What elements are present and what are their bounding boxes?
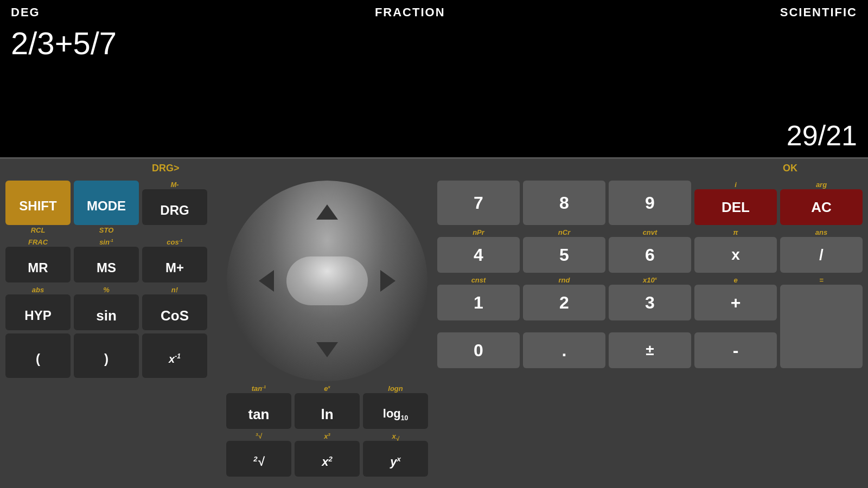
log10-container: logn log10 [363, 384, 428, 429]
npr-sublabel: nPr [473, 228, 484, 237]
num0-button[interactable]: 0 [437, 332, 520, 368]
cos-button[interactable]: CoS [142, 294, 207, 330]
middle-section: tan-1 tan ex ln logn log10 [221, 181, 433, 483]
left-arrow-icon [259, 270, 274, 292]
m-minus-sublabel: M- [170, 181, 178, 189]
left-row4: ( ) x-1 [5, 333, 217, 378]
num9-label: 9 [645, 193, 655, 213]
fraction-label: FRACTION [375, 5, 445, 20]
tan-inv-sublabel: tan-1 [252, 384, 266, 393]
num0-container: 0 [437, 324, 520, 368]
num1-button[interactable]: 1 [437, 285, 520, 320]
log10-label: log10 [383, 407, 408, 422]
ok-label: OK [783, 163, 797, 174]
rnd-sublabel: rnd [559, 276, 570, 285]
up-arrow-icon [316, 204, 338, 220]
xsqrt-sublabel: x√ [392, 432, 399, 441]
yx-button[interactable]: yx [363, 441, 428, 477]
x-inv-button[interactable]: x-1 [142, 333, 207, 378]
sqrt2-button[interactable]: 2√ [226, 441, 291, 477]
ms-button[interactable]: MS [74, 247, 139, 282]
mode-label: MODE [87, 198, 126, 214]
x-button[interactable]: x [694, 237, 777, 273]
mode-button[interactable]: MODE [74, 181, 139, 225]
left-row2: FRAC MR sin-1 MS cos-1 M+ [5, 238, 217, 282]
num7-button[interactable]: 7 [437, 181, 520, 225]
drg-button[interactable]: DRG [142, 189, 207, 225]
expression-display: 2/3+5/7 [0, 20, 868, 67]
nav-center-button[interactable] [286, 256, 368, 305]
minus-button[interactable]: - [694, 332, 777, 368]
top-labels: DEG FRACTION SCIENTIFIC [0, 0, 868, 20]
num6-button[interactable]: 6 [609, 237, 691, 273]
dot-container: . [523, 324, 605, 368]
num4-button[interactable]: 4 [437, 237, 520, 273]
num2-button[interactable]: 2 [523, 285, 605, 320]
abs-sublabel: abs [32, 286, 44, 294]
paren-close-button[interactable]: ) [74, 333, 139, 378]
del-button[interactable]: DEL [694, 189, 777, 225]
middle-row3: tan-1 tan ex ln logn log10 [226, 384, 428, 429]
left-row3: abs HYP % sin n! CoS [5, 286, 217, 330]
paren-close-label: ) [104, 351, 108, 367]
nfact-sublabel: n! [171, 286, 178, 294]
xsq-container: x3 x2 [295, 432, 360, 477]
equals-tall-container: = [780, 276, 863, 368]
arg-sublabel: arg [816, 181, 827, 189]
sqrt2-label: 2√ [253, 455, 264, 469]
mplus-label: M+ [165, 260, 184, 275]
logn-sublabel: logn [388, 384, 403, 393]
sin-button[interactable]: sin [74, 294, 139, 330]
nav-up-button[interactable] [297, 190, 357, 234]
num3-button[interactable]: 3 [609, 285, 691, 320]
right-arrow-icon [380, 270, 395, 292]
mr-label: MR [28, 260, 48, 275]
cbrt-sublabel: 3√ [256, 432, 261, 441]
ln-container: ex ln [295, 384, 360, 429]
tan-container: tan-1 tan [226, 384, 291, 429]
num5-button[interactable]: 5 [523, 237, 605, 273]
num7-label: 7 [474, 193, 483, 213]
ac-button[interactable]: AC [780, 189, 863, 225]
hyp-button[interactable]: HYP [5, 294, 71, 330]
sto-sublabel: STO [74, 226, 139, 235]
num9-button[interactable]: 9 [609, 181, 691, 225]
ac-container: arg AC [780, 181, 863, 225]
cos-inv-sublabel: cos-1 [167, 238, 182, 247]
dot-button[interactable]: . [523, 332, 605, 368]
keyboard: SHIFT MODE M- DRG RCL STO [0, 178, 868, 488]
e-sublabel: e [733, 276, 737, 285]
shift-button[interactable]: SHIFT [5, 181, 71, 225]
cnst-sublabel: cnst [471, 276, 486, 285]
plus-button[interactable]: + [694, 285, 777, 320]
rcl-sublabel: RCL [5, 226, 71, 235]
tan-button[interactable]: tan [226, 393, 291, 429]
i-sublabel: i [735, 181, 737, 189]
num6-container: cnvt 6 [609, 228, 691, 273]
div-button[interactable]: / [780, 237, 863, 273]
num4-container: nPr 4 [437, 228, 520, 273]
mr-button[interactable]: MR [5, 247, 71, 282]
equals-button[interactable] [780, 285, 863, 368]
plusminus-button[interactable]: ± [609, 332, 691, 368]
ac-label: AC [811, 199, 832, 216]
left-section: SHIFT MODE M- DRG RCL STO [5, 181, 217, 483]
mplus-button[interactable]: M+ [142, 247, 207, 282]
ans-sublabel: ans [815, 228, 827, 237]
num8-button[interactable]: 8 [523, 181, 605, 225]
right-section: 7 8 9 i DEL arg AC [437, 181, 863, 483]
log10-button[interactable]: log10 [363, 393, 428, 429]
navigation-pad[interactable] [227, 181, 427, 381]
yx-label: yx [390, 455, 401, 469]
num8-label: 8 [559, 193, 569, 213]
sqrt2-container: 3√ 2√ [226, 432, 291, 477]
label-row: DRG> OK [0, 159, 868, 178]
x10x-sublabel: x10x [643, 276, 657, 285]
ms-container: sin-1 MS [74, 238, 139, 282]
plusminus-container: ± [609, 324, 691, 368]
tan-label: tan [248, 406, 270, 423]
ln-button[interactable]: ln [295, 393, 360, 429]
paren-open-button[interactable]: ( [5, 333, 71, 378]
xsq-button[interactable]: x2 [295, 441, 360, 477]
nav-down-button[interactable] [297, 328, 357, 371]
